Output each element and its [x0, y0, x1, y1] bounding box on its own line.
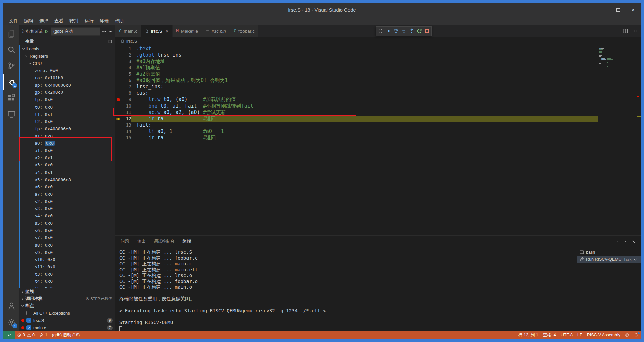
task-indicator[interactable]: 1	[37, 331, 50, 339]
terminal-list-item-bash[interactable]: bash	[577, 249, 641, 256]
tab-lrsc.bin[interactable]: lrsc.bin	[202, 25, 230, 37]
tab-lrsc.S[interactable]: lrsc.S×	[141, 25, 173, 37]
tree-group-Locals[interactable]: Locals	[20, 45, 115, 53]
gutter-4[interactable]	[115, 65, 121, 71]
register-s7[interactable]: s7:0x0	[20, 234, 115, 242]
step-out-button[interactable]	[408, 27, 415, 35]
debug-session-indicator[interactable]: (gdb) 启动 (18)	[50, 331, 82, 339]
tab-Makefile[interactable]: MMakefile	[173, 25, 202, 37]
continue-button[interactable]	[384, 27, 392, 35]
register-s5[interactable]: s5:0x0	[20, 220, 115, 227]
indentation[interactable]: 空格: 4	[541, 331, 558, 339]
menu-查看[interactable]: 查看	[51, 17, 66, 25]
gutter-7[interactable]	[115, 84, 121, 90]
close-tab-icon[interactable]: ×	[166, 28, 169, 34]
register-zero[interactable]: zero:0x0	[20, 67, 115, 74]
tree-group-CPU[interactable]: CPU	[20, 60, 115, 67]
register-a3[interactable]: a3:0x0	[20, 161, 115, 169]
language-mode[interactable]: RISC-V Assembly	[585, 331, 623, 339]
cursor-position[interactable]: 行 12, 列 1	[516, 331, 541, 339]
activity-extensions[interactable]	[3, 90, 19, 106]
register-gp[interactable]: gp:0x208c0	[20, 89, 115, 96]
code-line-1[interactable]: 1.text	[115, 46, 641, 52]
code-line-10[interactable]: 10 bne t0, a1, fail #不相等则跳转到fail	[115, 103, 641, 109]
register-t4[interactable]: t4:0x0	[20, 278, 115, 285]
breakpoint-checkbox[interactable]	[26, 311, 31, 315]
activity-explorer[interactable]	[3, 25, 19, 42]
register-t2[interactable]: t2:0x0	[20, 118, 115, 125]
code-line-7[interactable]: 7lrsc_ins:	[115, 84, 641, 90]
breakpoint-dot[interactable]	[117, 98, 120, 101]
code-line-3[interactable]: 3#a0内存地址	[115, 58, 641, 65]
menu-编辑[interactable]: 编辑	[21, 17, 36, 25]
register-s6[interactable]: s6:0x0	[20, 227, 115, 234]
menu-运行[interactable]: 运行	[82, 17, 97, 25]
code-line-14[interactable]: 14 li a0, 1 #a0 = 1	[115, 128, 641, 135]
split-editor-icon[interactable]	[623, 28, 628, 34]
breakpoint-checkbox[interactable]	[26, 318, 31, 323]
code-line-15[interactable]: 15 jr ra #返回	[115, 135, 641, 141]
register-sp[interactable]: sp:0x408006c0	[20, 81, 115, 89]
close-panel-icon[interactable]	[632, 240, 636, 244]
code-line-12[interactable]: 12 jr ra #返回	[115, 116, 641, 122]
new-terminal-icon[interactable]	[608, 240, 612, 244]
gutter-1[interactable]	[115, 46, 121, 52]
close-window-button[interactable]: ×	[626, 3, 641, 17]
debug-settings-icon[interactable]	[102, 29, 106, 34]
panel-tab-问题[interactable]: 问题	[121, 236, 129, 247]
register-s10[interactable]: s10:0x0	[20, 256, 115, 263]
register-s8[interactable]: s8:0x0	[20, 242, 115, 249]
code-editor[interactable]: 1.text2.globl lrsc_ins3#a0内存地址4#a1预期值5#a…	[115, 45, 641, 235]
tab-main.c[interactable]: Cmain.c	[115, 25, 141, 37]
register-t1[interactable]: t1:0xf	[20, 111, 115, 118]
gutter-3[interactable]	[115, 58, 121, 65]
register-a5[interactable]: a5:0x408006c8	[20, 176, 115, 183]
menu-选择[interactable]: 选择	[36, 17, 51, 25]
code-line-4[interactable]: 4#a1预期值	[115, 65, 641, 71]
register-s11[interactable]: s11:0x0	[20, 263, 115, 271]
panel-tab-调试控制台[interactable]: 调试控制台	[154, 236, 175, 247]
code-line-8[interactable]: 8cas:	[115, 90, 641, 96]
terminal-output[interactable]: CC -[M] 正在构建 ... lrsc.SCC -[M] 正在构建 ... …	[115, 247, 577, 331]
register-a1[interactable]: a1:0x0	[20, 147, 115, 154]
register-a6[interactable]: a6:0x0	[20, 183, 115, 191]
minimap[interactable]	[598, 45, 637, 235]
gutter-9[interactable]	[115, 96, 121, 103]
code-line-2[interactable]: 2.globl lrsc_ins	[115, 52, 641, 58]
restart-button[interactable]	[415, 27, 423, 35]
start-debug-icon[interactable]	[44, 29, 49, 34]
problems-indicator[interactable]: 0 0	[15, 331, 37, 339]
gutter-2[interactable]	[115, 52, 121, 58]
register-s4[interactable]: s4:0x0	[20, 212, 115, 220]
watch-section-header[interactable]: 监视	[19, 288, 115, 295]
tab-foobar.c[interactable]: Cfoobar.c	[230, 25, 259, 37]
terminal-dropdown-icon[interactable]	[616, 240, 620, 244]
stop-button[interactable]	[423, 27, 431, 35]
breakpoint-item-main.c[interactable]: main.c7	[19, 324, 115, 331]
register-a4[interactable]: a4:0x1	[20, 169, 115, 176]
breakpoint-item-lrsc.S[interactable]: lrsc.S9	[19, 317, 115, 324]
tree-group-Registers[interactable]: Registers	[20, 53, 115, 60]
activity-remote-explorer[interactable]	[3, 106, 19, 122]
activity-settings[interactable]: 1	[3, 314, 19, 330]
gutter-8[interactable]	[115, 90, 121, 96]
remote-indicator[interactable]	[3, 331, 15, 339]
activity-account[interactable]	[3, 298, 19, 314]
register-a2[interactable]: a2:0x1	[20, 154, 115, 161]
eol[interactable]: LF	[575, 331, 585, 339]
step-into-button[interactable]	[400, 27, 408, 35]
code-line-6[interactable]: 6#a0返回值，如果成功，则为0! 否则为1	[115, 77, 641, 84]
menu-转到[interactable]: 转到	[66, 17, 82, 25]
code-line-5[interactable]: 5#a2所需值	[115, 71, 641, 77]
callstack-section-header[interactable]: 调用堆栈 因 STEP 已暂停	[19, 295, 115, 302]
gutter-6[interactable]	[115, 77, 121, 84]
activity-source-control[interactable]	[3, 58, 19, 74]
gutter-13[interactable]	[115, 122, 121, 128]
code-line-11[interactable]: 11 sc.w a0, a2, (a0) #尝试更新	[115, 109, 641, 116]
panel-tab-输出[interactable]: 输出	[137, 236, 146, 247]
register-a7[interactable]: a7:0x0	[20, 191, 115, 198]
panel-layout-icon[interactable]	[108, 40, 112, 43]
register-ra[interactable]: ra:0x101b8	[20, 74, 115, 82]
maximize-panel-icon[interactable]	[624, 240, 628, 244]
register-t5[interactable]: t5:0x0	[20, 285, 115, 288]
